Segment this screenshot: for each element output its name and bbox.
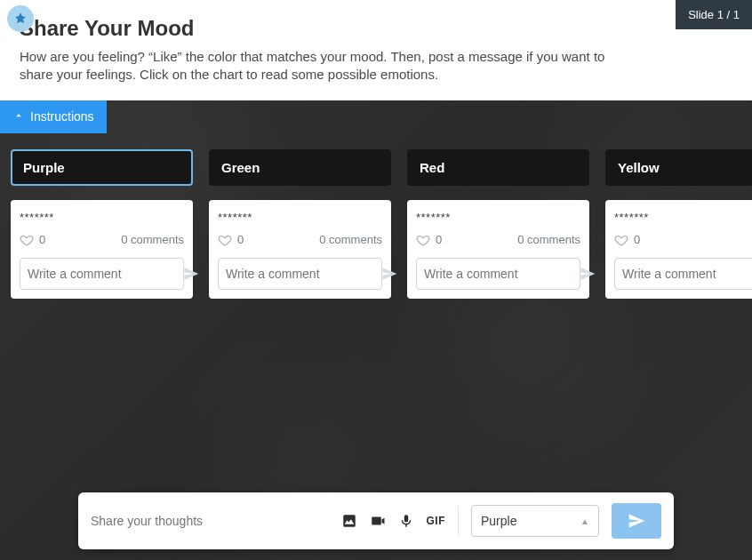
instructions-toggle[interactable]: Instructions: [0, 100, 107, 133]
mood-card-purple: Purple ******* 0 0 comments: [11, 149, 193, 299]
like-button[interactable]: 0: [218, 233, 244, 247]
heart-icon: [416, 233, 430, 247]
like-count: 0: [634, 233, 640, 246]
card-body: ******* 0 0 comments: [11, 200, 193, 299]
send-comment-button[interactable]: [381, 266, 397, 282]
card-meta: 0 0 comments: [416, 233, 580, 247]
mood-card-yellow: Yellow ******* 0 0 co: [605, 149, 752, 299]
cards-row: Purple ******* 0 0 comments Green: [0, 133, 752, 299]
instructions-label: Instructions: [30, 109, 94, 124]
like-count: 0: [39, 233, 45, 246]
divider: [458, 506, 459, 536]
image-icon[interactable]: [341, 513, 357, 529]
microphone-icon[interactable]: [398, 513, 414, 529]
comment-input[interactable]: [28, 267, 183, 281]
card-meta: 0 0 comments: [218, 233, 382, 247]
send-comment-button[interactable]: [183, 266, 199, 282]
chevron-up-icon: [12, 109, 25, 124]
send-button[interactable]: [612, 503, 661, 539]
slide-counter-badge: Slide 1 / 1: [676, 0, 752, 29]
comment-input[interactable]: [424, 267, 580, 281]
gif-button[interactable]: GIF: [427, 515, 446, 527]
like-button[interactable]: 0: [20, 233, 45, 247]
card-header[interactable]: Yellow: [605, 149, 752, 186]
card-content: *******: [218, 211, 382, 224]
comment-input[interactable]: [226, 267, 381, 281]
comment-box: [416, 258, 580, 290]
heart-icon: [218, 233, 232, 247]
like-button[interactable]: 0: [416, 233, 442, 247]
like-button[interactable]: 0: [614, 233, 640, 247]
composer-bar: GIF Purple ▲: [78, 492, 674, 549]
like-count: 0: [237, 233, 244, 246]
mood-card-red: Red ******* 0 0 comments: [407, 149, 589, 299]
comment-input[interactable]: [622, 267, 752, 281]
composer-input[interactable]: [91, 514, 329, 528]
card-content: *******: [20, 211, 184, 224]
chevron-up-icon: ▲: [580, 516, 589, 526]
app-logo: [7, 5, 34, 32]
comment-count[interactable]: 0 comments: [319, 233, 382, 246]
page-title: Share Your Mood: [20, 16, 732, 41]
card-meta: 0 0 co: [614, 233, 752, 247]
mood-card-green: Green ******* 0 0 comments: [209, 149, 391, 299]
comment-count[interactable]: 0 comments: [517, 233, 580, 246]
video-icon[interactable]: [370, 513, 386, 529]
card-header[interactable]: Green: [209, 149, 391, 186]
card-content: *******: [416, 211, 580, 224]
heart-icon: [20, 233, 34, 247]
mood-select[interactable]: Purple ▲: [471, 505, 599, 537]
card-content: *******: [614, 211, 752, 224]
like-count: 0: [436, 233, 442, 246]
card-body: ******* 0 0 comments: [209, 200, 391, 299]
composer-attachments: GIF: [341, 513, 446, 529]
comment-box: [218, 258, 382, 290]
comment-box: [614, 258, 752, 290]
mood-select-value: Purple: [481, 514, 516, 528]
comment-count[interactable]: 0 comments: [121, 233, 184, 246]
card-meta: 0 0 comments: [20, 233, 184, 247]
card-body: ******* 0 0 co: [605, 200, 752, 299]
comment-box: [20, 258, 184, 290]
header: Share Your Mood How are you feeling? “Li…: [0, 0, 752, 100]
card-body: ******* 0 0 comments: [407, 200, 589, 299]
send-comment-button[interactable]: [580, 266, 596, 282]
card-header[interactable]: Purple: [11, 149, 193, 186]
card-header[interactable]: Red: [407, 149, 589, 186]
page-description: How are you feeling? “Like” the color th…: [20, 48, 642, 84]
heart-icon: [614, 233, 628, 247]
